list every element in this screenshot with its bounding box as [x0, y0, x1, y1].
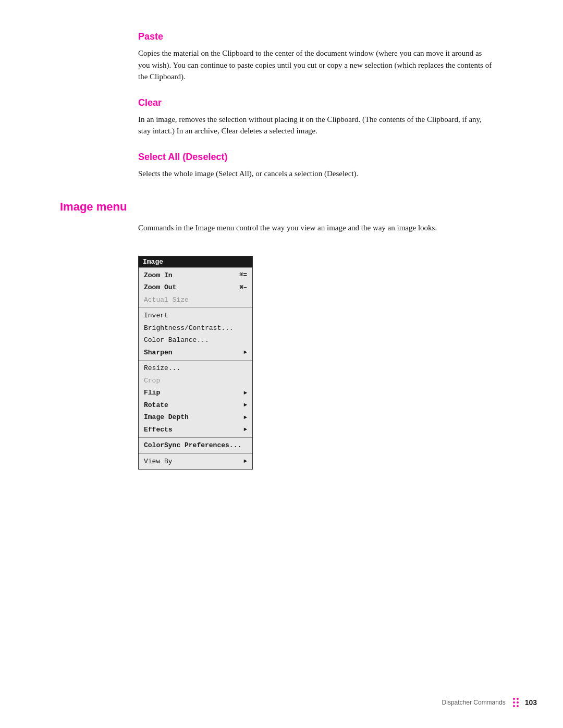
menu-item-flip[interactable]: Flip ► [139, 387, 252, 399]
menu-item-image-depth[interactable]: Image Depth ► [139, 411, 252, 424]
paste-body: Copies the material on the Clipboard to … [138, 47, 493, 83]
menu-item-colorsync-label: ColorSync Preferences... [144, 440, 241, 451]
menu-item-invert[interactable]: Invert [139, 310, 252, 322]
menu-item-sharpen-label: Sharpen [144, 348, 173, 358]
select-all-section: Select All (Deselect) Selects the whole … [138, 152, 493, 180]
menu-item-brightness-label: Brightness/Contrast... [144, 323, 234, 334]
footer: Dispatcher Commands 103 [0, 698, 563, 707]
menu-item-color-balance[interactable]: Color Balance... [139, 334, 252, 347]
menu-item-actual-size-label: Actual Size [144, 295, 189, 305]
footer-label: Dispatcher Commands [442, 699, 506, 706]
menu-item-effects-arrow: ► [243, 425, 247, 434]
footer-page-number: 103 [525, 698, 537, 707]
menu-item-crop-label: Crop [144, 376, 160, 386]
menu-title: Image [139, 256, 252, 267]
menu-box: Image Zoom In ⌘= Zoom Out ⌘– Actual Size [138, 256, 253, 470]
paste-heading: Paste [138, 31, 493, 42]
footer-dots-decoration [513, 698, 519, 707]
menu-item-rotate-label: Rotate [144, 400, 168, 411]
clear-body: In an image, removes the selection witho… [138, 114, 493, 137]
menu-item-crop: Crop [139, 375, 252, 387]
menu-item-resize[interactable]: Resize... [139, 362, 252, 375]
menu-item-image-depth-label: Image Depth [144, 412, 189, 423]
menu-item-sharpen-arrow: ► [243, 348, 247, 357]
menu-item-rotate-arrow: ► [243, 401, 247, 410]
menu-group-5: View By ► [139, 453, 252, 470]
menu-group-1: Zoom In ⌘= Zoom Out ⌘– Actual Size [139, 267, 252, 308]
menu-group-2: Invert Brightness/Contrast... Color Bala… [139, 307, 252, 360]
clear-section: Clear In an image, removes the selection… [138, 97, 493, 137]
dot-6 [517, 705, 519, 707]
dot-5 [513, 705, 515, 707]
menu-item-zoom-out-shortcut: ⌘– [240, 283, 247, 292]
menu-item-color-balance-label: Color Balance... [144, 335, 209, 346]
dot-1 [513, 698, 515, 700]
menu-item-zoom-out-label: Zoom Out [144, 282, 176, 293]
image-menu-ui: Image Zoom In ⌘= Zoom Out ⌘– Actual Size [138, 256, 253, 470]
menu-item-colorsync[interactable]: ColorSync Preferences... [139, 439, 252, 452]
menu-group-3: Resize... Crop Flip ► Rotate ► Image Dep [139, 360, 252, 437]
menu-group-4: ColorSync Preferences... [139, 437, 252, 453]
menu-item-effects[interactable]: Effects ► [139, 424, 252, 436]
image-menu-heading: Image menu [60, 200, 493, 214]
menu-item-flip-label: Flip [144, 388, 160, 398]
menu-item-zoom-in-label: Zoom In [144, 270, 173, 281]
paste-section: Paste Copies the material on the Clipboa… [138, 31, 493, 83]
image-menu-intro: Commands in the Image menu control the w… [138, 222, 493, 234]
menu-item-sharpen[interactable]: Sharpen ► [139, 347, 252, 359]
menu-item-image-depth-arrow: ► [243, 413, 247, 422]
select-all-body: Selects the whole image (Select All), or… [138, 168, 493, 180]
menu-item-flip-arrow: ► [243, 389, 247, 398]
menu-item-resize-label: Resize... [144, 363, 180, 374]
menu-item-rotate[interactable]: Rotate ► [139, 399, 252, 412]
menu-item-effects-label: Effects [144, 425, 173, 435]
dot-3 [513, 701, 515, 704]
dot-4 [517, 701, 519, 704]
menu-item-view-by[interactable]: View By ► [139, 455, 252, 468]
menu-item-zoom-in-shortcut: ⌘= [240, 270, 247, 280]
menu-item-view-by-label: View By [144, 456, 173, 467]
menu-item-zoom-out[interactable]: Zoom Out ⌘– [139, 281, 252, 294]
menu-item-view-by-arrow: ► [243, 457, 247, 466]
menu-item-zoom-in[interactable]: Zoom In ⌘= [139, 269, 252, 282]
menu-item-brightness[interactable]: Brightness/Contrast... [139, 322, 252, 335]
menu-item-invert-label: Invert [144, 311, 168, 321]
dot-2 [517, 698, 519, 700]
menu-item-actual-size: Actual Size [139, 294, 252, 306]
image-menu-section: Image menu Commands in the Image menu co… [138, 200, 493, 470]
select-all-heading: Select All (Deselect) [138, 152, 493, 163]
clear-heading: Clear [138, 97, 493, 108]
